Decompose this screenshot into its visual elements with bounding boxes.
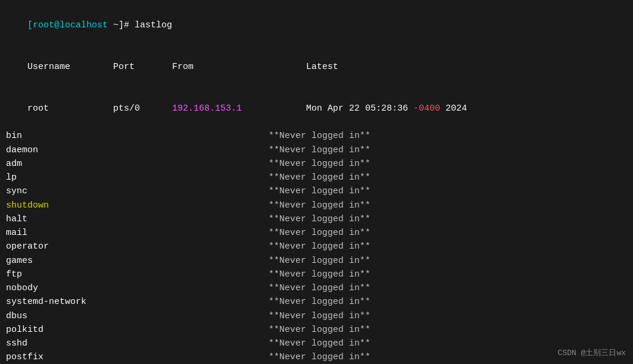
table-row: sync **Never logged in**: [6, 184, 627, 198]
table-row: ftp **Never logged in**: [6, 268, 627, 281]
table-row: postfix **Never logged in**: [6, 350, 627, 364]
root-year: 2024: [440, 103, 467, 114]
root-offset: -0400: [413, 103, 440, 114]
table-row: polkitd **Never logged in**: [6, 323, 627, 337]
table-row: nobody **Never logged in**: [6, 281, 627, 295]
table-row: adm **Never logged in**: [6, 157, 627, 171]
table-row: games **Never logged in**: [6, 254, 627, 268]
table-row: operator **Never logged in**: [6, 240, 627, 253]
prompt-host: localhost: [60, 20, 108, 30]
terminal-container: [root@localhost ~]# lastlog Username Por…: [6, 5, 627, 364]
table-row: mail **Never logged in**: [6, 226, 627, 240]
table-row: daemon **Never logged in**: [6, 143, 627, 157]
table-header: Username Port From Latest: [6, 46, 627, 88]
table-row: halt **Never logged in**: [6, 212, 627, 226]
table-row: systemd-network **Never logged in**: [6, 295, 627, 309]
table-row: dbus **Never logged in**: [6, 309, 627, 323]
command-line: [root@localhost ~]# lastlog: [6, 5, 627, 46]
root-ip: 192.168.153.1: [172, 103, 242, 114]
table-row: root pts/0 192.168.153.1 Mon Apr 22 05:2…: [6, 88, 627, 130]
root-date: Mon Apr 22 05:28:36: [242, 103, 413, 114]
prompt-bracket-user: [root@: [27, 20, 60, 30]
col-username: Username Port From Latest: [27, 62, 338, 72]
user-root: root pts/0: [27, 103, 172, 114]
table-row: bin **Never logged in**: [6, 129, 627, 143]
table-row: lp **Never logged in**: [6, 171, 627, 184]
table-row: shutdown **Never logged in**: [6, 199, 627, 212]
table-row: sshd **Never logged in**: [6, 337, 627, 350]
prompt-path: ~]#: [108, 20, 135, 30]
command-text: lastlog: [135, 20, 172, 30]
watermark: CSDN @土别三日wx: [558, 347, 626, 358]
